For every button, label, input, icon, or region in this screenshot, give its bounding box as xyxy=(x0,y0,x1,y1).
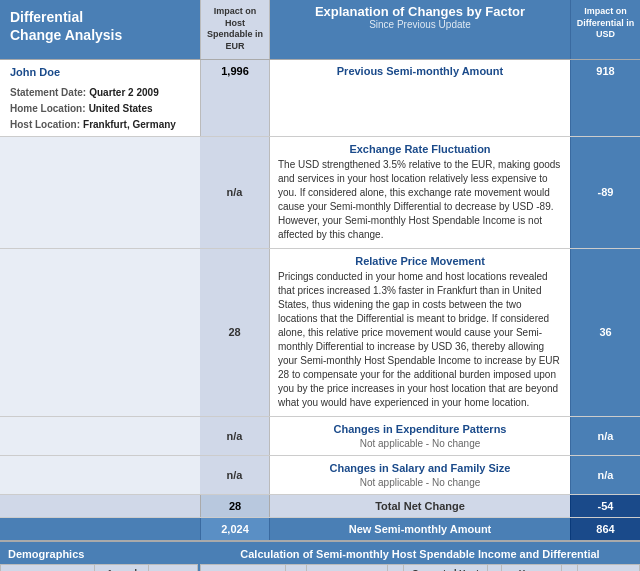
statement-info: Statement Date: Quarter 2 2009 xyxy=(10,86,190,98)
factor-content-2: Changes in Expenditure Patterns Not appl… xyxy=(270,417,570,455)
app-title: Differential Change Analysis xyxy=(10,8,190,44)
factor-left-space-3 xyxy=(0,456,200,494)
demo-col-headers: DifferentialUpdate AnnualSalaryin USD Fa… xyxy=(1,564,198,571)
calc-col-home: HomeSpendableIncomein USD xyxy=(501,564,561,571)
factor-usd-0: -89 xyxy=(570,137,640,248)
calculation-table: Host SpendableIncomein EUR Exchange Rate… xyxy=(200,564,640,571)
demographics-table: DifferentialUpdate AnnualSalaryin USD Fa… xyxy=(0,564,198,571)
total-left-space xyxy=(0,495,200,517)
factor-content-1: Relative Price Movement Pricings conduct… xyxy=(270,249,570,416)
total-eur-val: 28 xyxy=(200,495,270,517)
right-subtitle: Since Previous Update xyxy=(274,19,566,30)
calc-col-er: Exchange RateConversionEUR to USD xyxy=(306,564,388,571)
impact-usd-header: Impact on Differential in USD xyxy=(570,0,640,59)
total-usd-val: -54 xyxy=(570,495,640,517)
factor-left-space-0 xyxy=(0,137,200,248)
factor-title-0: Exchange Rate Fluctuation xyxy=(278,143,562,155)
factor-usd-3: n/a xyxy=(570,456,640,494)
calc-col-minus xyxy=(488,564,501,571)
factor-content-0: Exchange Rate Fluctuation The USD streng… xyxy=(270,137,570,248)
factor-title-3: Changes in Salary and Family Size xyxy=(278,462,562,474)
factor-text-1: Pricings conducted in your home and host… xyxy=(278,270,562,410)
calc-col-chsi: Converted HostSpendableIncomein USD xyxy=(403,564,487,571)
demographics-panel: Demographics DifferentialUpdate AnnualSa… xyxy=(0,544,200,571)
new-usd-val: 864 xyxy=(570,518,640,540)
previous-amount-label: Previous Semi-monthly Amount xyxy=(270,60,570,136)
factor-row-3: n/a Changes in Salary and Family Size No… xyxy=(0,456,640,495)
factor-left-space-2 xyxy=(0,417,200,455)
factor-text-3: Not applicable - No change xyxy=(278,477,562,488)
main-container: Differential Change Analysis Impact on H… xyxy=(0,0,640,571)
new-left-space xyxy=(0,518,200,540)
new-amount-label: New Semi-monthly Amount xyxy=(270,518,570,540)
factor-row-1: 28 Relative Price Movement Pricings cond… xyxy=(0,249,640,417)
new-amount-row: 2,024 New Semi-monthly Amount 864 xyxy=(0,518,640,542)
total-net-label: Total Net Change xyxy=(270,495,570,517)
calc-col-eq xyxy=(388,564,404,571)
total-net-row: 28 Total Net Change -54 xyxy=(0,495,640,518)
left-header-blank: Differential Change Analysis xyxy=(0,0,200,59)
factor-eur-3: n/a xyxy=(200,456,270,494)
impact-eur-header: Impact on Host Spendable in EUR xyxy=(200,0,270,59)
bottom-section: Demographics DifferentialUpdate AnnualSa… xyxy=(0,542,640,571)
calc-col-hsi-eur: Host SpendableIncomein EUR xyxy=(201,564,286,571)
calc-col-eq2 xyxy=(561,564,577,571)
factor-text-0: The USD strengthened 3.5% relative to th… xyxy=(278,158,562,242)
calculation-panel: Calculation of Semi-monthly Host Spendab… xyxy=(200,544,640,571)
new-eur-val: 2,024 xyxy=(200,518,270,540)
factor-row-2: n/a Changes in Expenditure Patterns Not … xyxy=(0,417,640,456)
home-location-info: Home Location: United States xyxy=(10,102,190,114)
demographics-header: Demographics xyxy=(0,544,198,564)
right-header-center: Explanation of Changes by Factor Since P… xyxy=(270,0,570,59)
demo-col-1: AnnualSalaryin USD xyxy=(95,564,149,571)
demo-col-2: FamilySize xyxy=(149,564,198,571)
person-info-row: John Doe Statement Date: Quarter 2 2009 … xyxy=(0,60,640,137)
calc-col-headers: Host SpendableIncomein EUR Exchange Rate… xyxy=(201,564,640,571)
demo-col-0: DifferentialUpdate xyxy=(1,564,95,571)
calc-col-at xyxy=(286,564,306,571)
calc-col-diff: Differentialin USD xyxy=(577,564,639,571)
factor-content-3: Changes in Salary and Family Size Not ap… xyxy=(270,456,570,494)
factor-usd-1: 36 xyxy=(570,249,640,416)
right-title: Explanation of Changes by Factor xyxy=(274,4,566,19)
factor-row-0: n/a Exchange Rate Fluctuation The USD st… xyxy=(0,137,640,249)
factor-title-1: Relative Price Movement xyxy=(278,255,562,267)
factor-left-space-1 xyxy=(0,249,200,416)
factor-eur-0: n/a xyxy=(200,137,270,248)
person-name: John Doe xyxy=(10,66,190,78)
calculation-header: Calculation of Semi-monthly Host Spendab… xyxy=(200,544,640,564)
column-headers: Differential Change Analysis Impact on H… xyxy=(0,0,640,60)
factor-eur-1: 28 xyxy=(200,249,270,416)
factor-title-2: Changes in Expenditure Patterns xyxy=(278,423,562,435)
previous-usd-val: 918 xyxy=(570,60,640,136)
previous-eur-val: 1,996 xyxy=(200,60,270,136)
factor-text-2: Not applicable - No change xyxy=(278,438,562,449)
host-location-info: Host Location: Frankfurt, Germany xyxy=(10,118,190,130)
factor-eur-2: n/a xyxy=(200,417,270,455)
factor-usd-2: n/a xyxy=(570,417,640,455)
